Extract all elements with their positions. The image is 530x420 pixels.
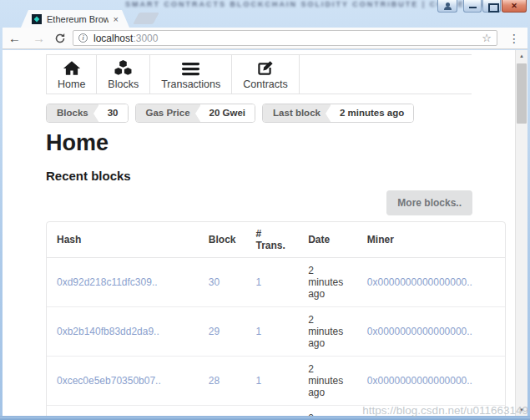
ethereum-favicon-icon — [32, 14, 42, 24]
profile-button[interactable] — [437, 0, 457, 13]
col-block: Block — [199, 222, 246, 258]
cubes-icon — [114, 59, 133, 76]
scrollbar-thumb[interactable] — [517, 63, 527, 124]
table-row: 0xd92d218c11dfc309..3012 minutes ago0x00… — [47, 258, 505, 307]
stat-value: 30 — [98, 104, 128, 122]
page-viewport: Home Blocks — [3, 50, 527, 416]
nav-label: Home — [58, 78, 85, 90]
block-date: 2 minutes ago — [308, 363, 343, 398]
block-trans-link[interactable]: 1 — [256, 326, 262, 337]
nav-label: Contracts — [243, 78, 288, 90]
stat-blocks: Blocks 30 — [46, 104, 129, 123]
stats-row: Blocks 30 Gas Price 20 Gwei Last block 2… — [46, 104, 506, 123]
recent-blocks-table: Hash Block # Trans. Date Miner 0xd92d218… — [46, 221, 506, 416]
table-row: 0xcec0e5eb70350b07..2812 minutes ago0x00… — [47, 357, 505, 406]
block-miner-link[interactable]: 0x0000000000000000.. — [367, 375, 472, 387]
bookmark-star-icon[interactable]: ☆ — [482, 32, 492, 44]
table-header-row: Hash Block # Trans. Date Miner — [47, 222, 505, 258]
page-info-icon[interactable]: i — [78, 33, 88, 43]
list-icon — [182, 59, 199, 76]
edit-icon — [257, 59, 274, 76]
window-controls: ✕ — [437, 0, 527, 13]
nav-label: Blocks — [108, 78, 139, 90]
browser-menu-icon[interactable]: ⋮ — [501, 32, 527, 45]
nav-label: Transactions — [161, 78, 220, 90]
back-icon[interactable]: ← — [3, 32, 27, 44]
home-icon — [63, 59, 81, 76]
new-tab-button[interactable] — [133, 13, 159, 24]
table-row: 0xb0ac3cccfdfb7039..2712 minutes ago0x00… — [47, 406, 505, 416]
nav-item-transactions[interactable]: Transactions — [150, 55, 232, 94]
blocks-table-body: 0xd92d218c11dfc309..3012 minutes ago0x00… — [47, 258, 505, 416]
desktop: { "frame": { "background_text": "SMART C… — [0, 0, 530, 420]
minimize-button[interactable] — [463, 0, 482, 13]
stat-last-block: Last block 2 minutes ago — [262, 104, 414, 123]
block-date: 2 minutes ago — [308, 265, 343, 300]
tab-title: Ethereum Browser — [47, 14, 109, 24]
page-title: Home — [46, 130, 506, 156]
scrollbar-down-icon[interactable]: ▼ — [516, 404, 527, 416]
url-host: localhost — [93, 33, 133, 44]
col-hash: Hash — [47, 222, 199, 258]
block-hash-link[interactable]: 0xb2b140fb83dd2da9.. — [57, 326, 159, 337]
block-hash-link[interactable]: 0xd92d218c11dfc309.. — [57, 276, 158, 288]
block-date: 2 minutes ago — [308, 314, 343, 349]
more-blocks-button[interactable]: More blocks.. — [386, 190, 472, 215]
window-frame-bottom — [0, 416, 530, 420]
stat-label: Blocks — [47, 104, 98, 122]
block-miner-link[interactable]: 0x0000000000000000.. — [367, 326, 472, 337]
reload-icon[interactable] — [54, 33, 66, 44]
section-title: Recent blocks — [46, 169, 506, 183]
browser-toolbar: ← → i localhost:3000 ☆ ⋮ — [3, 28, 527, 49]
nav-item-contracts[interactable]: Contracts — [232, 55, 300, 94]
block-trans-link[interactable]: 1 — [256, 276, 262, 288]
address-bar[interactable]: i localhost:3000 ☆ — [73, 30, 497, 46]
block-number-link[interactable]: 29 — [209, 326, 220, 337]
table-row: 0xb2b140fb83dd2da9..2912 minutes ago0x00… — [47, 307, 505, 357]
stat-label: Gas Price — [136, 104, 200, 122]
close-button[interactable]: ✕ — [502, 0, 527, 13]
forward-icon: → — [27, 32, 51, 44]
page-content: Home Blocks — [46, 54, 506, 416]
url-port: :3000 — [133, 33, 158, 44]
col-miner: Miner — [357, 222, 505, 258]
block-number-link[interactable]: 30 — [209, 276, 220, 288]
block-number-link[interactable]: 28 — [209, 375, 220, 387]
stat-value: 2 minutes ago — [331, 104, 413, 122]
block-trans-link[interactable]: 1 — [256, 375, 262, 387]
nav-item-home[interactable]: Home — [46, 55, 97, 94]
table-actions: More blocks.. — [46, 190, 472, 215]
stat-value: 20 Gwei — [200, 104, 255, 122]
block-miner-link[interactable]: 0x0000000000000000.. — [367, 276, 472, 288]
col-trans: # Trans. — [246, 222, 299, 258]
browser-tab[interactable]: Ethereum Browser × — [21, 10, 129, 28]
col-date: Date — [298, 222, 357, 258]
tab-close-icon[interactable]: × — [109, 14, 119, 24]
nav-item-blocks[interactable]: Blocks — [97, 55, 150, 94]
stat-label: Last block — [263, 104, 331, 122]
stat-gas-price: Gas Price 20 Gwei — [135, 104, 256, 123]
app-nav: Home Blocks — [46, 54, 472, 94]
page-scrollbar[interactable]: ▲ ▼ — [515, 50, 527, 416]
block-hash-link[interactable]: 0xcec0e5eb70350b07.. — [57, 375, 161, 387]
tab-strip: Ethereum Browser × — [3, 10, 527, 28]
maximize-button[interactable] — [482, 0, 501, 13]
scrollbar-up-icon[interactable]: ▲ — [516, 50, 527, 62]
